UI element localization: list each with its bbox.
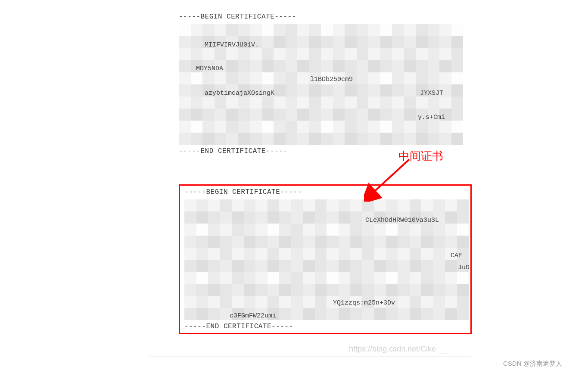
intermediate-certificate-block: -----BEGIN CERTIFICATE----- CLeXhOdHRW01… xyxy=(179,184,472,334)
certificate-display-area: -----BEGIN CERTIFICATE----- MIIFVIRVJU01… xyxy=(179,13,463,334)
cert1-begin-marker: -----BEGIN CERTIFICATE----- xyxy=(179,13,463,21)
cert2-fragment-2: CAE xyxy=(451,252,462,259)
cert2-redacted-body: CLeXhOdHRW010Va3u3L CAE JuD YQ1zzqs:m25n… xyxy=(184,199,469,320)
cert1-fragment-5: JYXSJT xyxy=(420,90,443,97)
cert2-fragment-3: JuD xyxy=(458,264,470,271)
cert2-end-marker: -----END CERTIFICATE----- xyxy=(184,323,466,330)
cert1-fragment-4: azybtimcajaXOsingK xyxy=(205,90,274,97)
annotation-label: 中间证书 xyxy=(398,149,443,164)
cert2-begin-marker: -----BEGIN CERTIFICATE----- xyxy=(184,188,466,196)
cert2-fragment-1: CLeXhOdHRW010Va3u3L xyxy=(365,217,439,224)
cert2-fragment-5: c3FGmFW22umi xyxy=(230,312,276,320)
cert1-fragment-1: MIIFVIRVJU01V. xyxy=(205,41,259,49)
watermark-csdn: CSDN @济南追梦人 xyxy=(503,360,562,368)
cert1-fragment-2: MDY5NDA xyxy=(196,65,223,72)
cert1-fragment-3: l1BDb250cm9 xyxy=(310,76,353,83)
divider-line xyxy=(149,357,472,357)
cert1-fragment-6: y.s+Cmi xyxy=(418,114,445,121)
watermark-url: https://blog.csdn.net/Cike___ xyxy=(349,345,449,354)
cert1-redacted-body: MIIFVIRVJU01V. MDY5NDA l1BDb250cm9 azybt… xyxy=(179,24,463,145)
server-certificate-block: -----BEGIN CERTIFICATE----- MIIFVIRVJU01… xyxy=(179,13,463,155)
cert2-fragment-4: YQ1zzqs:m25n+3Dv xyxy=(333,299,395,307)
